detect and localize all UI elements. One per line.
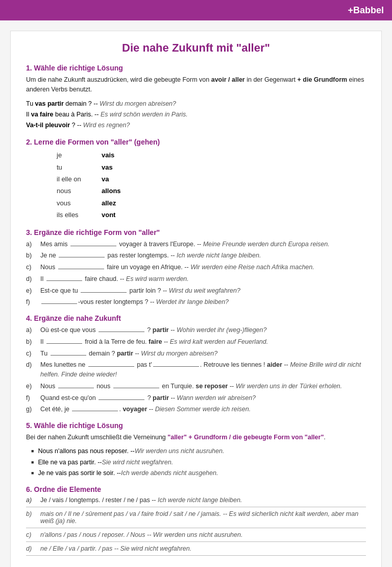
list-item: Nous n'allons pas nous reposer. -- Wir w… [31,446,366,456]
section1-desc: Um die nahe Zukunft auszudrücken, wird d… [26,75,366,94]
list-item: b) Je ne pas rester longtemps. -- Ich we… [26,251,366,261]
section1-examples: Tu vas partir demain ? -- Wirst du morge… [26,99,366,131]
list-item: Je ne vais pas sortir le soir. -- Ich we… [31,468,366,478]
verb-conjugation: jevais tuvas il elle onva nousallons vou… [57,149,366,221]
list-item: f) -vous rester longtemps ? -- Werdet ih… [26,297,366,307]
section3-list: a) Mes amis voyager à travers l'Europe. … [26,240,366,308]
list-item: a) Je / vais / longtemps. / rester / ne … [26,497,366,507]
list-item: d) ne / Elle / va / partir. / pas -- Sie… [26,545,366,556]
list-item: a) Mes amis voyager à travers l'Europe. … [26,240,366,249]
list-item: g) Cet été, je . voyager -- Diesen Somme… [26,405,366,414]
list-item: c) Nous faire un voyage en Afrique. -- W… [26,263,366,272]
babbel-logo: +Babbel [348,5,384,16]
list-item: c) Tu demain ? partir -- Wirst du morgen… [26,349,366,359]
section1-title: 1. Wähle die richtige Lösung [26,64,366,72]
list-item: e) Nous nous en Turquie. se reposer -- W… [26,382,366,391]
list-item: d) Il faire chaud. -- Es wird warm werde… [26,274,366,284]
list-item: c) n'allons / pas / nous / reposer. / No… [26,531,366,542]
section5-desc: Bei der nahen Zukunft umschließt die Ver… [26,433,366,442]
section2-title: 2. Lerne die Formen von "aller" (gehen) [26,138,366,146]
list-item: f) Quand est-ce qu'on ? partir -- Wann w… [26,393,366,403]
footer-text: Babbel.com © Lesson Nine GmbH 2017 [26,564,366,567]
list-item: Elle ne va pas partir. -- Sie wird nicht… [31,458,366,467]
section4-list: a) Où est-ce que vous ? partir -- Wohin … [26,325,366,414]
section3-title: 3. Ergänze die richtige Form von "aller" [26,228,366,237]
section4-title: 4. Ergänze die nahe Zukunft [26,314,366,322]
section6-list: a) Je / vais / longtemps. / rester / ne … [26,497,366,556]
header: +Babbel [0,0,392,20]
section5-bullets: Nous n'allons pas nous reposer. -- Wir w… [31,446,366,478]
section5-title: 5. Wähle die richtige Lösung [26,421,366,430]
main-content: Die nahe Zukunft mit "aller" 1. Wähle di… [10,31,382,567]
list-item: b) Il froid à la Terre de feu. faire -- … [26,337,366,347]
list-item: a) Où est-ce que vous ? partir -- Wohin … [26,325,366,335]
page-title: Die nahe Zukunft mit "aller" [26,41,366,55]
list-item: e) Est-ce que tu partir loin ? -- Wirst … [26,286,366,296]
section6-title: 6. Ordne die Elemente [26,485,366,493]
list-item: b) mais on / Il ne / sûrement pas / va /… [26,510,366,528]
list-item: d) Mes lunettes ne pas t'. Retrouve les … [26,360,366,380]
